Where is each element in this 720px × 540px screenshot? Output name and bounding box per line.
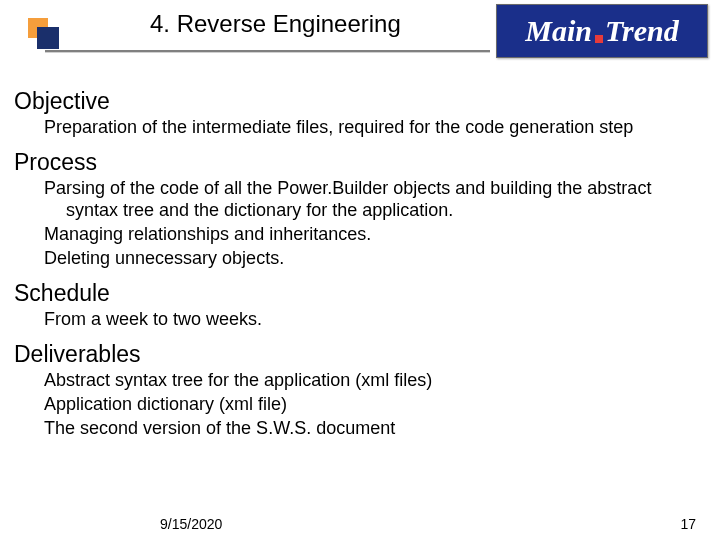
body-line: From a week to two weeks. <box>66 309 706 331</box>
section-body-objective: Preparation of the intermediate files, r… <box>44 117 706 139</box>
section-body-schedule: From a week to two weeks. <box>44 309 706 331</box>
title-bullet-icon <box>28 18 62 52</box>
slide-header: 4. Reverse Engineering MainTrend <box>0 0 720 64</box>
brand-logo-main: Main <box>525 14 592 47</box>
slide-title: 4. Reverse Engineering <box>150 10 401 38</box>
section-head-process: Process <box>14 149 706 176</box>
body-line: Application dictionary (xml file) <box>66 394 706 416</box>
body-line: The second version of the S.W.S. documen… <box>66 418 706 440</box>
brand-logo-dot-icon <box>595 35 603 43</box>
square-blue-icon <box>37 27 59 49</box>
body-line: Preparation of the intermediate files, r… <box>66 117 706 139</box>
section-head-objective: Objective <box>14 88 706 115</box>
section-body-process: Parsing of the code of all the Power.Bui… <box>44 178 706 270</box>
section-head-deliverables: Deliverables <box>14 341 706 368</box>
section-head-schedule: Schedule <box>14 280 706 307</box>
title-divider <box>45 50 490 53</box>
body-line: Abstract syntax tree for the application… <box>66 370 706 392</box>
section-body-deliverables: Abstract syntax tree for the application… <box>44 370 706 440</box>
body-line: Managing relationships and inheritances. <box>66 224 706 246</box>
footer-date: 9/15/2020 <box>160 516 222 532</box>
body-line: Parsing of the code of all the Power.Bui… <box>66 178 706 222</box>
footer-page-number: 17 <box>680 516 696 532</box>
brand-logo-trend: Trend <box>605 14 679 47</box>
brand-logo-text: MainTrend <box>497 5 707 57</box>
slide-content: Objective Preparation of the intermediat… <box>14 78 706 450</box>
body-line: Deleting unnecessary objects. <box>66 248 706 270</box>
slide-footer: 9/15/2020 17 <box>0 512 720 532</box>
brand-logo: MainTrend <box>496 4 708 58</box>
